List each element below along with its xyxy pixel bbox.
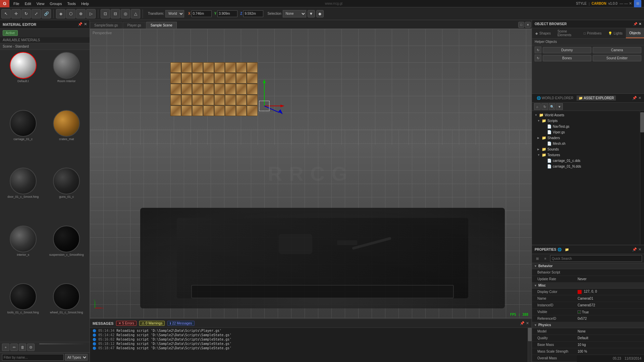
asset-explorer-tab-icon[interactable]: 📁 <box>564 246 570 253</box>
tree-shaders[interactable]: ▶ 📁 Shaders <box>532 135 640 141</box>
dummy-refresh-btn[interactable]: ↻ <box>535 47 541 53</box>
menu-tools[interactable]: Tools <box>64 1 78 6</box>
create2-btn[interactable]: ⬡ <box>66 9 75 18</box>
menu-file[interactable]: File <box>11 1 22 6</box>
material-interior[interactable]: interior_s <box>2 226 44 282</box>
explorer-pin-icon[interactable]: 📌 <box>632 96 637 100</box>
tree-scripts[interactable]: ▼ 📁 Scripts <box>532 118 640 124</box>
msg-pin-icon[interactable]: 📌 <box>520 321 525 325</box>
panel-pin-icon[interactable]: 📌 <box>78 22 83 26</box>
menu-groups[interactable]: Groups <box>47 1 64 6</box>
filter-type-select[interactable]: All Types <box>65 354 88 361</box>
asset-explorer-tab[interactable]: 📁 ASSET EXPLORER <box>577 96 616 101</box>
explorer-close-icon[interactable]: ✕ <box>638 96 641 100</box>
selection-icon2-btn[interactable]: ◆ <box>316 10 324 17</box>
tree-textures[interactable]: ▼ 📁 Textures <box>532 152 640 158</box>
material-carriage[interactable]: carriage_01_c <box>2 110 44 167</box>
world-explorer-tab[interactable]: 🌐 WORLD EXPLORER <box>535 96 575 101</box>
material-default[interactable]: Default.t <box>2 52 44 109</box>
transform-select[interactable]: World <box>165 10 184 17</box>
y-input[interactable] <box>217 10 237 17</box>
tree-navtest[interactable]: 📄 NavTest.gs <box>532 124 640 129</box>
world-explorer-tab-icon[interactable]: 🌐 <box>556 246 563 253</box>
menu-view[interactable]: View <box>34 1 47 6</box>
create1-btn[interactable]: ◈ <box>56 9 65 18</box>
material-tools[interactable]: tools_01_c_Smoot.hing <box>2 283 44 340</box>
link-tool-btn[interactable]: 🔗 <box>42 9 51 18</box>
errors-badge[interactable]: ✕ 5 Errors <box>116 321 137 326</box>
exp-filter-btn[interactable]: ▼ <box>556 103 563 110</box>
tree-viper[interactable]: 📄 Viper.gs <box>532 129 640 135</box>
tree-mesh-sh[interactable]: 📄 Mesh.sh <box>532 141 640 146</box>
selection-icon-btn[interactable]: ▼ <box>308 10 315 17</box>
mat-add-btn[interactable]: + <box>2 344 9 351</box>
rotate-tool-btn[interactable]: ↻ <box>21 9 31 18</box>
tab-shapes[interactable]: ◆ Shapes <box>532 28 554 38</box>
exp-search-btn[interactable]: 🔍 <box>549 103 555 110</box>
tree-carriage-n[interactable]: 📄 carriage_01_N.dds <box>532 164 640 169</box>
tab-scene-elements[interactable]: Scene Elements <box>554 28 580 38</box>
tree-world-assets[interactable]: ▼ 📁 World Assets <box>532 112 640 118</box>
tab-samplestate[interactable]: SampleState.gs <box>90 22 122 28</box>
tab-objects[interactable]: Objects <box>626 28 644 38</box>
material-room[interactable]: Room Interior <box>46 52 88 109</box>
viewport-close-btn[interactable]: ✕ <box>525 22 531 28</box>
tab-sample-scene[interactable]: Sample Scene <box>146 22 177 28</box>
snap2-btn[interactable]: ⊟ <box>111 9 120 18</box>
material-crates[interactable]: crates_mat <box>46 110 88 167</box>
snap3-btn[interactable]: ◎ <box>121 9 130 18</box>
visible-checkbox[interactable]: ✓ True <box>578 310 589 314</box>
material-suspension[interactable]: suspension_c_Smoothing <box>46 226 88 282</box>
z-input[interactable] <box>243 10 263 17</box>
panel-close-icon[interactable]: ✕ <box>84 22 87 26</box>
warnings-badge[interactable]: ⚠ 0 Warnings <box>139 321 165 326</box>
selection-select[interactable]: None <box>283 10 306 17</box>
camera-btn[interactable]: Camera <box>593 47 641 53</box>
props-icon2[interactable]: ≡ <box>542 255 549 262</box>
exp-refresh-btn[interactable]: ↻ <box>541 103 548 110</box>
dummy-btn[interactable]: Dummy <box>543 47 591 53</box>
mat-delete-btn[interactable]: 🗑 <box>19 344 26 351</box>
misc-section-header[interactable]: ▼ Misc <box>532 283 644 289</box>
filter-input[interactable] <box>2 354 64 361</box>
tree-carriage-c[interactable]: 📄 carriage_01_c.dds <box>532 158 640 164</box>
tab-primitives[interactable]: □ Primitives <box>580 28 605 38</box>
mat-edit-btn[interactable]: ✏ <box>10 344 18 351</box>
tab-player[interactable]: Player.gs <box>123 22 146 28</box>
props-icon1[interactable]: ⊞ <box>534 255 541 262</box>
scale-tool-btn[interactable]: ⤢ <box>32 9 41 18</box>
messages-scrollbar[interactable] <box>528 328 532 362</box>
physics-section-header[interactable]: ▼ Physics <box>532 322 644 328</box>
material-door[interactable]: door_01_c_Smoot.hing <box>2 168 44 224</box>
obj-browser-close-icon[interactable]: ✕ <box>639 22 641 26</box>
props-close-icon[interactable]: ✕ <box>638 247 641 252</box>
active-button[interactable]: Active <box>3 30 18 36</box>
sound-emitter-btn[interactable]: Sound Emitter <box>593 55 641 61</box>
behavior-section-header[interactable]: ▼ Behavior <box>532 263 644 269</box>
snap1-btn[interactable]: ⊡ <box>101 9 110 18</box>
info-badge[interactable]: ℹ 22 Messages <box>167 321 194 326</box>
bones-btn[interactable]: Bones <box>543 55 591 61</box>
material-guns[interactable]: guns_01_c <box>46 168 88 224</box>
obj-browser-pin-icon[interactable]: 📌 <box>633 22 637 26</box>
quick-search-input[interactable] <box>550 255 642 262</box>
tab-lights[interactable]: 💡 Lights <box>605 28 626 38</box>
bones-refresh-btn[interactable]: ↻ <box>535 55 541 61</box>
create3-btn[interactable]: ⊕ <box>76 9 86 18</box>
create4-btn[interactable]: ▷ <box>86 9 96 18</box>
viewport-canvas[interactable]: RRCG Perspective <box>90 29 532 318</box>
menu-edit[interactable]: Edit <box>22 1 34 6</box>
msg-close-icon[interactable]: ✕ <box>526 321 529 325</box>
tree-sounds[interactable]: ▶ 📁 Sounds <box>532 146 640 152</box>
mat-settings-btn[interactable]: ⚙ <box>27 344 35 351</box>
tree-scrollbar[interactable] <box>640 111 644 245</box>
select-tool-btn[interactable]: ↖ <box>1 9 11 18</box>
exp-home-btn[interactable]: ⌂ <box>534 103 541 110</box>
material-wheel[interactable]: wheel_01_c_Smoot.hing <box>46 283 88 340</box>
x-input[interactable] <box>192 10 212 17</box>
viewport-expand-btn[interactable]: □ <box>518 22 524 28</box>
menu-help[interactable]: Help <box>78 1 92 6</box>
move-tool-btn[interactable]: ✛ <box>11 9 21 18</box>
snap4-btn[interactable]: △ <box>131 9 140 18</box>
props-pin-icon[interactable]: 📌 <box>632 247 637 252</box>
